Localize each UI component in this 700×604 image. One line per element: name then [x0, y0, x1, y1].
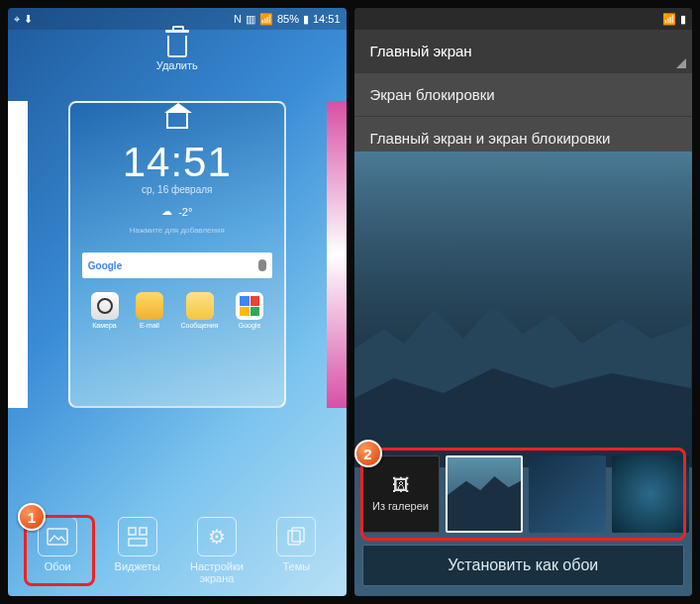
app-google[interactable]: Google — [236, 292, 263, 329]
option-lock-screen[interactable]: Экран блокировки — [354, 73, 693, 117]
settings-icon: ⚙ — [197, 517, 237, 556]
app-email[interactable]: E-mail — [136, 292, 163, 329]
weather-widget: ☁︎ -2° — [82, 205, 272, 218]
mountain-illustration — [354, 289, 691, 467]
battery-pct: 85% — [277, 13, 299, 25]
widgets-button[interactable]: Виджеты — [103, 517, 172, 584]
vibrate-icon: ▥ — [246, 13, 255, 26]
annotation-badge-1: 1 — [18, 503, 46, 531]
pages-overview: 14:51 ср, 16 февраля ☁︎ -2° Нажмите для … — [8, 81, 347, 428]
svg-rect-1 — [129, 528, 136, 535]
widgets-icon — [118, 517, 157, 556]
svg-rect-2 — [140, 528, 147, 535]
status-bar: 📶 ▮ — [354, 8, 693, 30]
gallery-label: Из галереи — [372, 500, 429, 512]
svg-rect-3 — [129, 539, 147, 546]
wallpaper-thumbnails[interactable]: 🖼 Из галереи — [362, 450, 685, 539]
messages-icon — [186, 292, 214, 320]
edit-actions-row: Обои Виджеты ⚙ Настройки экрана Темы — [8, 517, 347, 584]
themes-button[interactable]: Темы — [261, 517, 331, 584]
trash-icon — [167, 36, 187, 57]
wallpaper-preview — [354, 151, 693, 467]
right-phone-wallpaper-picker: 📶 ▮ Главный экран Экран блокировки Главн… — [354, 8, 693, 596]
current-home-page[interactable]: 14:51 ср, 16 февраля ☁︎ -2° Нажмите для … — [68, 101, 286, 408]
add-widget-hint: Нажмите для добавления — [82, 226, 272, 235]
battery-icon: ▮ — [680, 13, 686, 26]
google-search-widget[interactable]: Google — [82, 252, 272, 278]
dock-apps: Камера E-mail Сообщения Google — [82, 292, 272, 329]
mic-icon — [258, 259, 266, 271]
delete-dropzone[interactable]: Удалить — [8, 30, 347, 81]
camera-icon — [91, 292, 119, 320]
option-home-screen[interactable]: Главный экран — [354, 30, 693, 73]
app-messages[interactable]: Сообщения — [181, 292, 219, 329]
gallery-icon: 🖼 — [392, 475, 410, 496]
annotation-badge-2: 2 — [354, 440, 382, 467]
status-time: 14:51 — [313, 13, 341, 25]
screen-settings-button[interactable]: ⚙ Настройки экрана — [182, 517, 251, 584]
nfc-icon: N — [234, 13, 242, 25]
google-folder-icon — [236, 292, 263, 320]
thumb-wallpaper-2[interactable] — [529, 455, 606, 533]
set-wallpaper-button[interactable]: Установить как обои — [362, 545, 685, 586]
svg-rect-0 — [48, 529, 67, 545]
widgets-label: Виджеты — [103, 560, 172, 572]
clock-widget-date: ср, 16 февраля — [82, 184, 272, 195]
app-camera[interactable]: Камера — [91, 292, 119, 329]
svg-rect-4 — [288, 531, 300, 545]
next-page-thumb[interactable] — [327, 101, 347, 408]
download-icon: ⬇ — [24, 13, 33, 26]
email-icon — [136, 292, 163, 320]
battery-icon: ▮ — [303, 13, 309, 26]
delete-label: Удалить — [8, 59, 347, 71]
signal-icon: 📶 — [662, 13, 676, 26]
home-icon — [166, 113, 188, 129]
svg-rect-5 — [292, 528, 304, 542]
gps-icon: ⌖ — [14, 13, 20, 26]
themes-label: Темы — [261, 560, 331, 572]
left-phone-homescreen-edit: ⌖ ⬇ N ▥ 📶 85% ▮ 14:51 Удалить 14:51 ср, … — [8, 8, 347, 596]
signal-icon: 📶 — [259, 13, 273, 26]
thumb-wallpaper-1-selected[interactable] — [446, 455, 523, 533]
prev-page-thumb[interactable] — [8, 101, 28, 408]
themes-icon — [276, 517, 316, 556]
thumb-wallpaper-3[interactable] — [612, 455, 689, 533]
wallpaper-label: Обои — [23, 560, 92, 572]
thumb-from-gallery[interactable]: 🖼 Из галереи — [362, 455, 440, 533]
clock-widget-time: 14:51 — [82, 139, 272, 186]
weather-icon: ☁︎ — [161, 205, 172, 218]
wallpaper-target-dropdown: Главный экран Экран блокировки Главный э… — [354, 30, 693, 160]
screen-settings-label: Настройки экрана — [182, 560, 251, 584]
google-logo: Google — [88, 260, 122, 271]
